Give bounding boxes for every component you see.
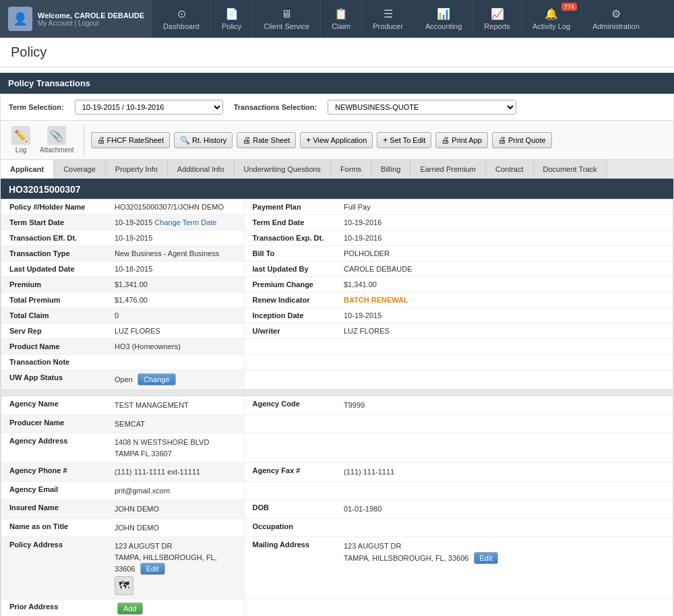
agency-value-left-5: JOHN DEMO — [109, 500, 244, 519]
plus-icon2: + — [383, 135, 388, 145]
rate-sheet-button[interactable]: 🖨 Rate Sheet — [237, 132, 296, 148]
nav-item-dashboard[interactable]: ⊙Dashboard — [152, 0, 211, 38]
tab-underwriting-questions[interactable]: Underwriting Questions — [235, 160, 331, 179]
nav-icon-producer: ☰ — [384, 7, 393, 20]
agency-label-right-3: Agency Fax # — [244, 463, 338, 482]
policy-value-left-9: HO3 (Homeowners) — [109, 339, 244, 355]
nav-item-claim[interactable]: 📋Claim — [321, 0, 362, 38]
tab-billing[interactable]: Billing — [371, 160, 410, 179]
change-uw-status-button[interactable]: Change — [137, 373, 176, 386]
policy-detail-row: Policy #/Holder NameHO32015000307/1/JOHN… — [1, 199, 673, 215]
tabs-row: ApplicantCoverageProperty InfoAdditional… — [1, 160, 673, 180]
term-selection-dropdown[interactable]: 10-19-2015 / 10-19-2016 — [75, 100, 223, 115]
agency-detail-row: Agency NameTEST MANAGEMENTAgency CodeT99… — [1, 396, 673, 414]
nav-icon-accounting: 📊 — [437, 7, 450, 20]
tab-coverage[interactable]: Coverage — [54, 160, 106, 179]
policy-transactions-header: Policy Transactions — [0, 73, 674, 94]
policy-value-right-10 — [338, 355, 673, 370]
edit-policy-address-button[interactable]: Edit — [140, 563, 165, 575]
policy-detail-row: Premium$1,341.00Premium Change$1,341.00 — [1, 277, 673, 292]
policy-detail-row: UW App StatusOpen Change — [1, 370, 673, 390]
policy-detail-row: Transaction Note — [1, 355, 673, 370]
nav-label-accounting: Accounting — [425, 22, 462, 30]
tab-contract[interactable]: Contract — [486, 160, 534, 179]
nav-items: ⊙Dashboard📄Policy🖥Client Service📋Claim☰P… — [152, 0, 674, 38]
change-term-date-link[interactable]: Change Term Date — [154, 218, 216, 226]
fhcf-ratesheet-button[interactable]: 🖨 FHCF RateSheet — [91, 132, 170, 148]
logout-link[interactable]: Logout — [78, 20, 99, 27]
nav-label-client-service: Client Service — [264, 22, 309, 30]
nav-item-client-service[interactable]: 🖥Client Service — [253, 0, 321, 38]
print-app-button[interactable]: 🖨 Print App — [435, 132, 488, 148]
policy-value-right-2: 10-19-2016 — [338, 230, 673, 246]
tab-document-track[interactable]: Document Track — [534, 160, 607, 179]
policy-value-left-10 — [109, 355, 244, 370]
policy-label-right-1: Term End Date — [244, 215, 338, 230]
edit-mailing-address-button[interactable]: Edit — [474, 552, 499, 564]
set-to-edit-button[interactable]: + Set To Edit — [377, 132, 431, 148]
agency-details-section: Agency NameTEST MANAGEMENTAgency CodeT99… — [1, 396, 673, 616]
policy-value-left-6: $1,476.00 — [109, 292, 244, 308]
policy-detail-row: Product NameHO3 (Homeowners) — [1, 339, 673, 355]
policy-label-left-5: Premium — [1, 277, 109, 292]
agency-label-left-1: Producer Name — [1, 414, 109, 433]
policy-value-right-7: 10-19-2015 — [338, 308, 673, 324]
agency-detail-row: Agency Phone #(111) 111-1111 ext-11111Ag… — [1, 463, 673, 482]
tab-forms[interactable]: Forms — [331, 160, 371, 179]
view-application-button[interactable]: + View Application — [300, 132, 373, 148]
policy-value-left-0: HO32015000307/1/JOHN DEMO — [109, 199, 244, 215]
my-account-link[interactable]: My Account — [38, 20, 73, 27]
attachment-button[interactable]: 📎 Attachment — [37, 125, 77, 155]
term-start-date-value: 10-19-2015 — [115, 218, 154, 226]
agency-label-left-8: Prior Address — [1, 599, 109, 617]
policy-details-grid: Policy #/Holder NameHO32015000307/1/JOHN… — [1, 199, 673, 390]
nav-item-policy[interactable]: 📄Policy — [211, 0, 253, 38]
plus-icon: + — [306, 135, 311, 145]
agency-value-right-3: (111) 111-1111 — [338, 463, 673, 482]
policy-details-section: Policy #/Holder NameHO32015000307/1/JOHN… — [1, 199, 673, 390]
policy-value-left-8: LUZ FLORES — [109, 324, 244, 339]
agency-value-right-1 — [338, 414, 673, 433]
policy-detail-row: Last Updated Date10-18-2015last Updated … — [1, 261, 673, 277]
policy-label-right-2: Transaction Exp. Dt. — [244, 230, 338, 246]
agency-value-left-4: prit@gmail.xcom — [109, 481, 244, 500]
agency-label-left-6: Name as on Title — [1, 518, 109, 537]
agency-detail-row: Name as on TitleJOHN DEMOOccupation — [1, 518, 673, 537]
tab-additional-info[interactable]: Additional Info — [168, 160, 235, 179]
policy-value-right-8: LUZ FLORES — [338, 324, 673, 339]
log-button[interactable]: ✏️ Log — [9, 125, 33, 155]
user-welcome: Welcome, CAROLE DEBAUDE — [38, 11, 144, 20]
nav-icon-activity-log: 🔔 — [545, 7, 558, 20]
page-content: Policy Policy Transactions Term Selectio… — [0, 38, 674, 616]
add-prior-address-button[interactable]: Add — [117, 603, 143, 615]
agency-value-right-0: T9999 — [338, 396, 673, 414]
user-info: Welcome, CAROLE DEBAUDE My Account | Log… — [38, 11, 144, 27]
transactions-panel: Term Selection: 10-19-2015 / 10-19-2016 … — [0, 94, 674, 616]
nav-label-dashboard: Dashboard — [163, 22, 200, 30]
policy-value-left-4: 10-18-2015 — [109, 261, 244, 277]
user-section: 👤 Welcome, CAROLE DEBAUDE My Account | L… — [0, 0, 152, 38]
nav-item-reports[interactable]: 📈Reports — [473, 0, 522, 38]
nav-item-producer[interactable]: ☰Producer — [362, 0, 415, 38]
map-icon[interactable]: 🗺 — [115, 576, 133, 595]
nav-item-activity-log[interactable]: 🔔774Activity Log — [522, 0, 582, 38]
agency-value-left-0: TEST MANAGEMENT — [109, 396, 244, 414]
nav-item-administration[interactable]: ⚙Administration — [582, 0, 651, 38]
nav-icon-claim: 📋 — [334, 7, 348, 20]
tab-earned-premium[interactable]: Earned Premium — [410, 160, 486, 179]
policy-label-right-6: Renew Indicator — [244, 292, 338, 308]
agency-detail-row: Agency Address1408 N WESTSHORE BLVD TAMP… — [1, 433, 673, 463]
tab-property-info[interactable]: Property Info — [106, 160, 168, 179]
rt-history-button[interactable]: 🔍 Rt. History — [174, 132, 233, 148]
policy-detail-row: Total Claim0Inception Date10-19-2015 — [1, 308, 673, 324]
agency-value-left-7: 123 AUGUST DR TAMPA, HILLSBOROUGH, FL, 3… — [109, 537, 244, 599]
tab-applicant[interactable]: Applicant — [1, 160, 54, 180]
agency-label-right-7: Mailing Address — [244, 537, 338, 599]
policy-label-left-4: Last Updated Date — [1, 261, 109, 277]
transactions-selection-dropdown[interactable]: NEWBUSINESS-QUOTE — [328, 100, 516, 115]
agency-label-right-0: Agency Code — [244, 396, 338, 414]
policy-label-left-10: Transaction Note — [1, 355, 109, 370]
print-quote-button[interactable]: 🖨 Print Quote — [492, 132, 552, 148]
policy-detail-row: Transaction TypeNew Business - Agent Bus… — [1, 246, 673, 261]
nav-item-accounting[interactable]: 📊Accounting — [415, 0, 473, 38]
